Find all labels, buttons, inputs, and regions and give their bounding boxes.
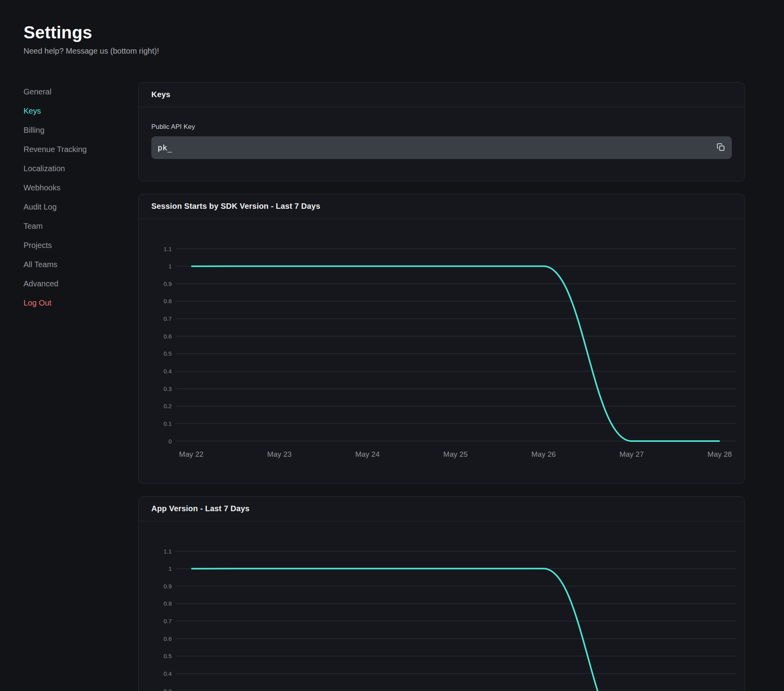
svg-text:0: 0	[169, 438, 172, 444]
content-layout: General Keys Billing Revenue Tracking Lo…	[0, 82, 784, 691]
app-version-line-chart: 00.10.20.30.40.50.60.70.80.911.1May 22Ma…	[139, 521, 745, 691]
public-api-key-value: pk_	[151, 143, 172, 152]
svg-text:0.4: 0.4	[163, 670, 172, 677]
keys-card-title: Keys	[151, 90, 171, 99]
svg-text:0.6: 0.6	[163, 635, 172, 642]
sidebar-item-general[interactable]: General	[24, 82, 138, 101]
sidebar-item-keys[interactable]: Keys	[24, 101, 138, 121]
session-starts-chart-title: Session Starts by SDK Version - Last 7 D…	[151, 202, 320, 211]
svg-text:0.5: 0.5	[163, 350, 172, 357]
svg-text:0.3: 0.3	[163, 385, 172, 392]
svg-text:0.2: 0.2	[163, 403, 172, 409]
svg-text:0.7: 0.7	[163, 618, 172, 624]
sidebar-item-billing[interactable]: Billing	[24, 121, 138, 140]
session-starts-line-chart: 00.10.20.30.40.50.60.70.80.911.1May 22Ma…	[139, 219, 745, 484]
keys-card-header: Keys	[139, 83, 744, 107]
svg-text:0.1: 0.1	[163, 420, 172, 427]
svg-text:0.4: 0.4	[163, 368, 172, 374]
svg-text:1.1: 1.1	[163, 548, 172, 554]
settings-page: Settings Need help? Message us (bottom r…	[0, 0, 784, 691]
svg-text:0.9: 0.9	[163, 280, 172, 287]
svg-text:May 26: May 26	[532, 450, 556, 458]
svg-text:0.6: 0.6	[163, 333, 172, 339]
svg-text:0.7: 0.7	[163, 315, 172, 322]
page-subtitle: Need help? Message us (bottom right)!	[24, 47, 784, 56]
svg-text:May 23: May 23	[267, 450, 292, 458]
settings-sidebar: General Keys Billing Revenue Tracking Lo…	[0, 82, 138, 691]
sidebar-item-advanced[interactable]: Advanced	[24, 274, 138, 293]
public-api-key-field[interactable]: pk_	[151, 136, 732, 159]
svg-text:0.8: 0.8	[163, 298, 172, 304]
sidebar-item-localization[interactable]: Localization	[24, 159, 138, 178]
copy-icon	[716, 143, 725, 153]
sidebar-item-webhooks[interactable]: Webhooks	[24, 178, 138, 197]
svg-text:1: 1	[169, 565, 172, 572]
session-starts-chart-body: 00.10.20.30.40.50.60.70.80.911.1May 22Ma…	[139, 219, 744, 484]
app-version-chart-title: App Version - Last 7 Days	[151, 504, 250, 513]
session-starts-chart-header: Session Starts by SDK Version - Last 7 D…	[139, 194, 744, 219]
svg-text:May 27: May 27	[619, 450, 644, 458]
svg-text:May 25: May 25	[443, 450, 468, 458]
svg-text:0.3: 0.3	[163, 687, 172, 691]
keys-card: Keys Public API Key pk_	[138, 82, 745, 181]
svg-text:1: 1	[169, 263, 172, 270]
svg-text:0.5: 0.5	[163, 653, 172, 659]
copy-api-key-button[interactable]	[715, 142, 726, 154]
session-starts-chart-card: Session Starts by SDK Version - Last 7 D…	[138, 194, 745, 484]
sidebar-item-log-out[interactable]: Log Out	[24, 293, 138, 313]
svg-text:May 24: May 24	[355, 450, 380, 458]
sidebar-item-revenue-tracking[interactable]: Revenue Tracking	[24, 140, 138, 159]
public-api-key-label: Public API Key	[151, 123, 732, 131]
app-version-chart-header: App Version - Last 7 Days	[139, 497, 744, 521]
page-header: Settings Need help? Message us (bottom r…	[0, 0, 784, 56]
svg-text:0.8: 0.8	[163, 600, 172, 607]
keys-card-body: Public API Key pk_	[139, 107, 744, 181]
sidebar-item-all-teams[interactable]: All Teams	[24, 255, 138, 274]
sidebar-item-projects[interactable]: Projects	[24, 236, 138, 255]
app-version-chart-body: 00.10.20.30.40.50.60.70.80.911.1May 22Ma…	[139, 521, 744, 691]
page-title: Settings	[24, 23, 784, 43]
sidebar-item-audit-log[interactable]: Audit Log	[24, 197, 138, 217]
svg-text:1.1: 1.1	[163, 245, 172, 252]
svg-text:May 22: May 22	[179, 450, 203, 458]
sidebar-item-team[interactable]: Team	[24, 217, 138, 236]
svg-text:0.9: 0.9	[163, 582, 172, 589]
svg-text:May 28: May 28	[708, 450, 732, 458]
settings-main: Keys Public API Key pk_	[138, 82, 745, 691]
app-version-chart-card: App Version - Last 7 Days 00.10.20.30.40…	[138, 496, 745, 691]
